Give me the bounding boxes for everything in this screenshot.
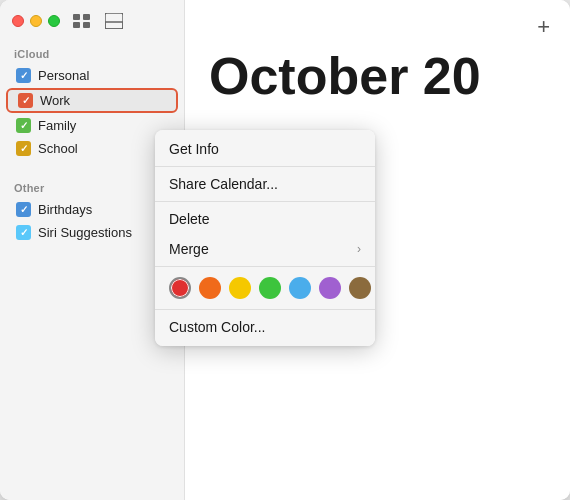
- birthdays-checkbox[interactable]: ✓: [16, 202, 31, 217]
- delete-label: Delete: [169, 211, 209, 227]
- color-option-purple[interactable]: [319, 277, 341, 299]
- separator-1: [155, 166, 375, 167]
- custom-color-label: Custom Color...: [169, 319, 265, 335]
- color-option-orange[interactable]: [199, 277, 221, 299]
- svg-rect-4: [105, 13, 123, 29]
- work-checkmark: ✓: [22, 95, 30, 106]
- personal-checkbox[interactable]: ✓: [16, 68, 31, 83]
- siri-label: Siri Suggestions: [38, 225, 132, 240]
- svg-rect-3: [83, 22, 90, 28]
- share-calendar-label: Share Calendar...: [169, 176, 278, 192]
- menu-item-custom-color[interactable]: Custom Color...: [155, 312, 375, 342]
- sidebar-item-work[interactable]: ✓ Work: [6, 88, 178, 113]
- app-window: iCloud ✓ Personal ✓ Work ✓ Family ✓ Scho…: [0, 0, 570, 500]
- merge-arrow-icon: ›: [357, 242, 361, 256]
- sidebar-item-personal[interactable]: ✓ Personal: [6, 65, 178, 86]
- toolbar-icons: [70, 12, 126, 30]
- grid-view-icon[interactable]: [70, 12, 94, 30]
- get-info-label: Get Info: [169, 141, 219, 157]
- svg-rect-1: [83, 14, 90, 20]
- school-checkbox[interactable]: ✓: [16, 141, 31, 156]
- color-picker-row: [155, 269, 375, 307]
- inbox-icon[interactable]: [102, 12, 126, 30]
- svg-rect-2: [73, 22, 80, 28]
- separator-2: [155, 201, 375, 202]
- school-label: School: [38, 141, 78, 156]
- titlebar: [0, 0, 184, 38]
- menu-item-share-calendar[interactable]: Share Calendar...: [155, 169, 375, 199]
- sidebar-item-siri[interactable]: ✓ Siri Suggestions: [6, 222, 178, 243]
- family-checkmark: ✓: [20, 120, 28, 131]
- separator-3: [155, 266, 375, 267]
- siri-checkbox[interactable]: ✓: [16, 225, 31, 240]
- menu-item-delete[interactable]: Delete: [155, 204, 375, 234]
- minimize-button[interactable]: [30, 15, 42, 27]
- work-checkbox[interactable]: ✓: [18, 93, 33, 108]
- sidebar-item-family[interactable]: ✓ Family: [6, 115, 178, 136]
- add-event-button[interactable]: +: [537, 14, 550, 40]
- svg-rect-5: [105, 22, 123, 29]
- birthdays-label: Birthdays: [38, 202, 92, 217]
- merge-label: Merge: [169, 241, 209, 257]
- color-option-yellow[interactable]: [229, 277, 251, 299]
- personal-checkmark: ✓: [20, 70, 28, 81]
- birthdays-checkmark: ✓: [20, 204, 28, 215]
- color-option-blue[interactable]: [289, 277, 311, 299]
- personal-label: Personal: [38, 68, 89, 83]
- context-menu: Get Info Share Calendar... Delete Merge …: [155, 130, 375, 346]
- color-option-red[interactable]: [169, 277, 191, 299]
- svg-rect-0: [73, 14, 80, 20]
- sidebar-item-school[interactable]: ✓ School: [6, 138, 178, 159]
- family-checkbox[interactable]: ✓: [16, 118, 31, 133]
- siri-checkmark: ✓: [20, 227, 28, 238]
- month-title: October 20: [209, 50, 546, 102]
- separator-4: [155, 309, 375, 310]
- menu-item-get-info[interactable]: Get Info: [155, 134, 375, 164]
- close-button[interactable]: [12, 15, 24, 27]
- school-checkmark: ✓: [20, 143, 28, 154]
- menu-item-merge[interactable]: Merge ›: [155, 234, 375, 264]
- sidebar-item-birthdays[interactable]: ✓ Birthdays: [6, 199, 178, 220]
- maximize-button[interactable]: [48, 15, 60, 27]
- color-option-green[interactable]: [259, 277, 281, 299]
- color-option-brown[interactable]: [349, 277, 371, 299]
- icloud-header: iCloud: [0, 38, 184, 64]
- family-label: Family: [38, 118, 76, 133]
- work-label: Work: [40, 93, 70, 108]
